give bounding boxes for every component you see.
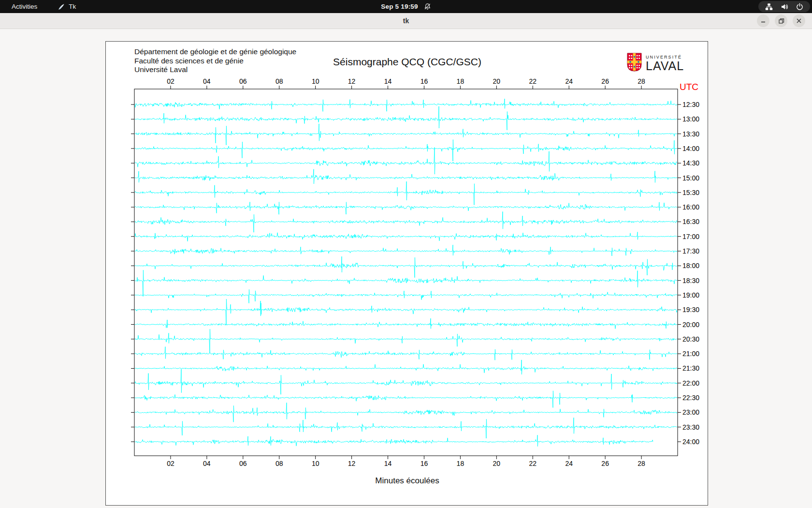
x-tick-label-top: 10	[312, 77, 319, 85]
seismogram-trace	[135, 360, 677, 374]
seismograph-canvas: Département de géologie et de génie géol…	[105, 41, 708, 506]
gnome-top-bar: Activities Tk Sep 5 19:59	[0, 0, 812, 13]
helicorder-plot: 0202040406060808101012121414161618182020…	[106, 42, 709, 506]
seismogram-trace	[135, 232, 677, 241]
row-label: 23:00	[682, 408, 699, 416]
row-label: 20:30	[682, 335, 699, 343]
network-tree-icon	[765, 3, 773, 11]
x-axis-ticks: 0202040406060808101012121414161618182020…	[167, 77, 645, 467]
row-label: 16:30	[682, 218, 699, 225]
clock-button[interactable]: Sep 5 19:59	[381, 3, 418, 10]
seismogram-trace	[135, 270, 677, 295]
seismogram-trace	[135, 329, 677, 353]
seismogram-trace	[135, 106, 677, 130]
row-label: 18:00	[682, 262, 699, 269]
x-tick-label-top: 12	[348, 77, 356, 85]
seismogram-trace	[135, 318, 677, 329]
row-label: 21:30	[682, 364, 699, 372]
row-label: 16:00	[682, 203, 699, 211]
plot-border	[134, 89, 678, 456]
activities-button[interactable]: Activities	[9, 2, 40, 11]
tk-window-content: Département de géologie et de génie géol…	[0, 29, 812, 508]
x-tick-label-bottom: 28	[638, 460, 645, 467]
row-label: 20:00	[682, 321, 699, 329]
x-tick-label-top: 24	[565, 77, 573, 85]
seismic-traces	[135, 99, 677, 446]
row-label: 18:30	[682, 277, 699, 284]
x-tick-label-top: 28	[638, 77, 645, 85]
x-tick-label-bottom: 12	[348, 460, 356, 467]
row-label: 12:30	[682, 101, 699, 108]
power-icon	[796, 3, 803, 10]
window-title: tk	[403, 17, 409, 25]
seismogram-trace	[135, 369, 677, 394]
x-tick-label-bottom: 08	[276, 460, 283, 467]
x-tick-label-bottom: 02	[167, 460, 174, 467]
row-label: 14:30	[682, 159, 699, 167]
seismogram-trace	[135, 169, 677, 184]
seismogram-trace	[135, 245, 677, 256]
x-tick-label-top: 08	[276, 77, 283, 85]
row-label: 22:30	[682, 394, 699, 402]
x-tick-label-top: 18	[457, 77, 464, 85]
speaker-icon	[781, 3, 788, 11]
x-tick-label-bottom: 14	[384, 460, 392, 467]
x-tick-label-top: 04	[203, 77, 211, 85]
row-label: 14:00	[682, 145, 699, 152]
app-menu-button[interactable]: Tk	[58, 3, 76, 11]
row-label: 15:00	[682, 174, 699, 182]
row-label: 21:00	[682, 350, 699, 358]
seismogram-trace	[135, 140, 677, 162]
x-tick-label-bottom: 22	[529, 460, 536, 467]
row-label: 24:00	[682, 438, 699, 446]
tk-feather-icon	[58, 3, 65, 11]
maximize-button[interactable]	[775, 15, 787, 27]
row-label: 17:30	[682, 247, 699, 255]
row-label: 15:30	[682, 189, 699, 196]
seismogram-trace	[135, 256, 677, 278]
x-tick-label-bottom: 26	[601, 460, 609, 467]
seismogram-trace	[135, 435, 653, 446]
x-tick-label-top: 22	[529, 77, 536, 85]
app-menu-label: Tk	[69, 3, 76, 10]
x-tick-label-top: 02	[167, 77, 174, 85]
x-tick-label-bottom: 06	[239, 460, 247, 467]
x-tick-label-bottom: 20	[493, 460, 501, 467]
seismogram-trace	[135, 202, 677, 215]
bell-muted-icon	[424, 3, 431, 10]
row-label: 19:00	[682, 291, 699, 299]
row-label: 13:00	[682, 115, 699, 123]
seismogram-trace	[135, 99, 677, 111]
x-tick-label-top: 16	[420, 77, 428, 85]
utc-row-labels: 12:3013:0013:3014:0014:3015:0015:3016:00…	[131, 101, 699, 446]
seismogram-trace	[135, 391, 677, 408]
row-label: 13:30	[682, 130, 699, 138]
row-label: 22:00	[682, 379, 699, 387]
x-tick-label-top: 26	[601, 77, 609, 85]
x-tick-label-bottom: 24	[565, 460, 573, 467]
seismogram-trace	[135, 299, 677, 325]
seismogram-trace	[135, 418, 677, 438]
x-tick-label-bottom: 10	[312, 460, 319, 467]
minimize-button[interactable]	[757, 15, 769, 27]
window-title-bar[interactable]: tk	[0, 13, 812, 29]
row-label: 19:30	[682, 306, 699, 314]
x-tick-label-bottom: 16	[420, 460, 428, 467]
seismogram-trace	[135, 347, 677, 360]
row-label: 17:00	[682, 233, 699, 240]
seismogram-trace	[135, 124, 677, 145]
seismogram-trace	[135, 211, 677, 232]
system-menu-button[interactable]	[758, 1, 810, 12]
seismogram-trace	[135, 181, 677, 205]
seismogram-trace	[135, 289, 677, 303]
row-label: 23:30	[682, 423, 699, 431]
x-tick-label-top: 06	[239, 77, 247, 85]
x-tick-label-bottom: 18	[457, 460, 464, 467]
close-button[interactable]	[793, 15, 805, 27]
x-tick-label-top: 14	[384, 77, 392, 85]
x-tick-label-bottom: 04	[203, 460, 211, 467]
seismogram-trace	[135, 403, 677, 422]
x-tick-label-top: 20	[493, 77, 501, 85]
